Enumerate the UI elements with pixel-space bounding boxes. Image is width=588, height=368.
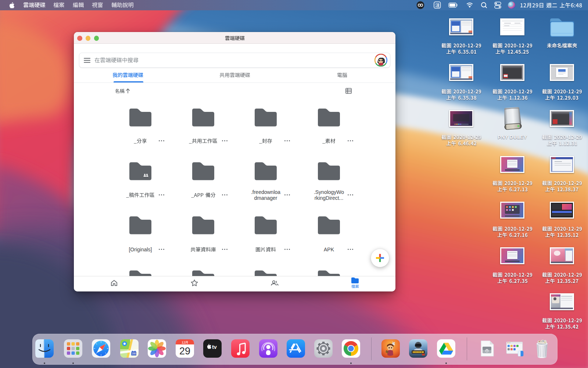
svg-text:280: 280: [132, 352, 136, 355]
svg-text:tv: tv: [212, 344, 217, 350]
svg-text:29: 29: [179, 346, 190, 357]
